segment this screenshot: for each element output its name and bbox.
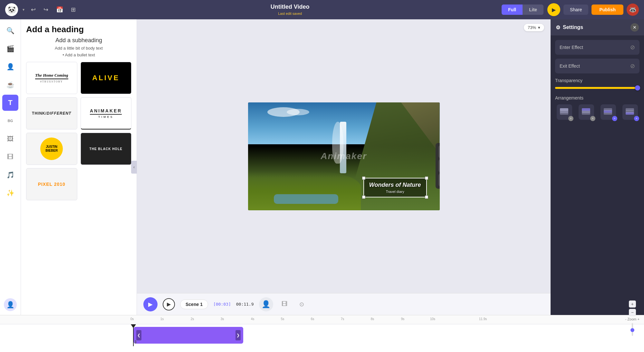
- canvas-video[interactable]: Animaker Wonders of Nature Travel diary: [248, 102, 440, 210]
- transparency-label: Transparency: [555, 78, 639, 83]
- template-justin[interactable]: JUSTINBIEBER: [26, 133, 77, 165]
- floating-bar-row3: 🔒 🗑: [438, 174, 440, 186]
- settings-close-button[interactable]: ✕: [630, 23, 639, 32]
- enter-effect-row[interactable]: Enter Effect ⊘: [555, 40, 639, 55]
- templates-grid: The Home Coming #TRUESTORY ALIVE THINK/D…: [26, 62, 131, 200]
- arrangement-item-4[interactable]: +: [621, 104, 639, 120]
- share-button[interactable]: Share: [563, 5, 588, 15]
- template-blackhole[interactable]: THE BLACK HOLE: [81, 133, 132, 165]
- play-all-button[interactable]: ▶: [143, 297, 158, 311]
- arrangements-section: Arrangements + +: [551, 95, 644, 124]
- floating-bar-row2: 🎨 ⚙: [438, 160, 440, 172]
- redo-button[interactable]: ↪: [41, 5, 51, 14]
- arrangements-label: Arrangements: [555, 95, 639, 100]
- scene-label[interactable]: Scene 1: [180, 300, 208, 309]
- settings-header: ⚙ Settings ✕: [551, 19, 644, 35]
- ruler-2s: 2s: [191, 317, 194, 321]
- svg-rect-2: [560, 108, 568, 111]
- panel-body-text[interactable]: Add a little bit of body text: [26, 46, 131, 51]
- scene-controls: ▶ ▶ Scene 1 [00:03] 00:11.9 👤 🎞 ⊙: [137, 293, 551, 315]
- handle-tr[interactable]: [425, 176, 428, 180]
- canvas-area: 73% ▾ ‹: [137, 19, 551, 315]
- sidebar-item-scenes[interactable]: 🎬: [2, 41, 18, 57]
- handle-br[interactable]: [425, 195, 428, 199]
- arrangement-item-1[interactable]: +: [555, 104, 574, 120]
- undo-button[interactable]: ↩: [28, 5, 38, 14]
- sidebar-item-audio[interactable]: 🎵: [2, 167, 18, 183]
- sidebar-item-characters[interactable]: 👤: [2, 59, 18, 75]
- panel-bullet[interactable]: • Add a bullet text: [26, 52, 131, 57]
- handle-tl[interactable]: [362, 176, 365, 180]
- exit-effect-ban-icon: ⊘: [630, 62, 635, 70]
- view-lite-button[interactable]: Lite: [523, 5, 543, 15]
- template-pixel[interactable]: PIXEL 2010: [26, 168, 77, 200]
- resize-button[interactable]: ⤢: [438, 146, 440, 158]
- arrangement-badge-4: +: [634, 116, 639, 121]
- template-animaker[interactable]: ANIMAKER TIMES: [81, 97, 132, 129]
- zoom-slider-thumb[interactable]: [630, 328, 634, 332]
- timeline-area: 0s 1s 2s 3s 4s 5s 6s 7s 8s 9s 10s 11.9s …: [0, 315, 644, 352]
- logo-caret[interactable]: ▾: [23, 7, 24, 12]
- justin-circle: JUSTINBIEBER: [40, 138, 63, 160]
- sidebar-item-images[interactable]: 🖼: [2, 131, 18, 147]
- zoom-plus-button[interactable]: +: [629, 300, 636, 308]
- template-alive[interactable]: ALIVE: [81, 62, 132, 94]
- exit-effect-row[interactable]: Exit Effect ⊘: [555, 59, 639, 73]
- topbar-actions: ↩ ↪ 📅 ⊞: [28, 5, 78, 14]
- arrangement-badge-2: +: [590, 116, 595, 121]
- canvas-text-overlay[interactable]: Wonders of Nature Travel diary: [363, 178, 427, 197]
- arrangement-item-3[interactable]: +: [599, 104, 618, 120]
- enter-effect-ban-icon: ⊘: [630, 44, 635, 51]
- calendar-button[interactable]: 📅: [53, 5, 66, 14]
- sidebar-item-text[interactable]: T: [2, 95, 18, 111]
- play-scene-button[interactable]: ▶: [163, 298, 175, 310]
- project-title[interactable]: Untitled Video: [82, 4, 498, 10]
- svg-rect-5: [582, 108, 590, 111]
- scene-time: [00:03]: [213, 302, 231, 307]
- view-full-button[interactable]: Full: [502, 5, 523, 15]
- timeline-playhead[interactable]: [133, 324, 134, 346]
- arrangement-item-2[interactable]: +: [577, 104, 596, 120]
- sidebar-user[interactable]: 👤: [4, 298, 17, 311]
- svg-rect-8: [604, 108, 612, 111]
- sidebar-item-effects[interactable]: ✨: [2, 185, 18, 201]
- canvas-wrapper: Animaker Wonders of Nature Travel diary: [137, 19, 551, 293]
- ruler-5s: 5s: [281, 317, 284, 321]
- publish-button[interactable]: Publish: [591, 5, 623, 15]
- grid-button[interactable]: ⊞: [68, 5, 78, 14]
- play-top-button[interactable]: ▶: [547, 3, 560, 16]
- zoom-slider[interactable]: [632, 323, 633, 336]
- arrangement-icon-4: +: [622, 104, 638, 120]
- transparency-thumb[interactable]: [635, 85, 640, 90]
- arrangement-badge-1: +: [568, 116, 573, 121]
- floating-action-bar: ⤢ ⋯ 🎨 ⚙ 🔒 🗑: [436, 143, 440, 189]
- panel-subheading[interactable]: Add a subheading: [26, 37, 131, 44]
- filmstrip-button[interactable]: 🎞: [278, 298, 291, 310]
- collapse-panel-button[interactable]: ‹: [131, 161, 137, 174]
- topbar-title-area: Untitled Video Last edit saved: [82, 4, 498, 16]
- logo-emoji: 🐼: [8, 6, 16, 14]
- settings-panel: ⚙ Settings ✕ Enter Effect ⊘ Exit Effect …: [551, 19, 644, 315]
- panel-heading[interactable]: Add a heading: [26, 24, 131, 34]
- transparency-slider[interactable]: [555, 87, 639, 89]
- sidebar-item-search[interactable]: 🔍: [2, 23, 18, 39]
- zoom-minus-button[interactable]: −: [629, 309, 636, 316]
- overlay-handles: [362, 176, 428, 199]
- handle-bl[interactable]: [362, 195, 365, 199]
- template-homecoming[interactable]: The Home Coming #TRUESTORY: [26, 62, 77, 94]
- sidebar-item-background[interactable]: BG: [2, 113, 18, 129]
- capture-button[interactable]: ⊙: [296, 298, 308, 310]
- logo[interactable]: 🐼: [5, 3, 18, 16]
- scene-avatar[interactable]: 👤: [259, 297, 273, 311]
- clip-handle-right[interactable]: ❯: [235, 330, 241, 340]
- timeline-clip-number: 3: [134, 340, 137, 344]
- timeline-clip[interactable]: ❮ ❯: [134, 327, 243, 344]
- clip-handle-left[interactable]: ❮: [136, 330, 141, 340]
- template-think[interactable]: THINK/DIFFERENT: [26, 97, 77, 129]
- sidebar-item-props[interactable]: ☕: [2, 77, 18, 93]
- user-avatar[interactable]: 🦝: [627, 4, 639, 16]
- play-all-icon: ▶: [148, 301, 153, 308]
- lock-button[interactable]: 🔒: [438, 174, 440, 186]
- palette-button[interactable]: 🎨: [438, 160, 440, 172]
- sidebar-item-video[interactable]: 🎞: [2, 149, 18, 165]
